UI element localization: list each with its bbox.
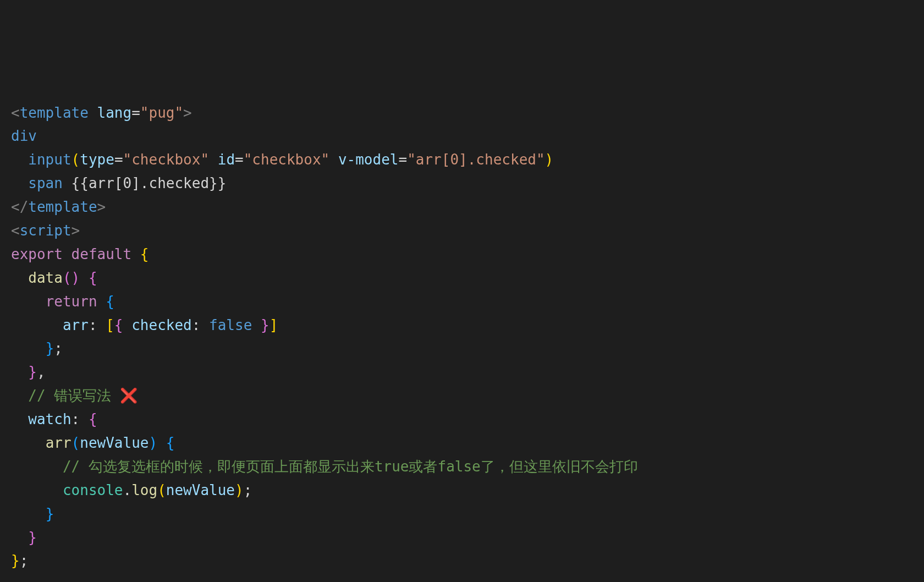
code-line-11: };: [11, 337, 913, 360]
code-line-15: arr(newValue) {: [11, 431, 913, 455]
code-line-1: <template lang="pug">: [11, 101, 913, 125]
code-line-7: export default {: [11, 243, 913, 266]
code-line-8: data() {: [11, 266, 913, 290]
code-line-18: }: [11, 502, 913, 526]
code-editor[interactable]: <template lang="pug">div input(type="che…: [11, 101, 913, 573]
code-line-20: };: [11, 549, 913, 573]
code-line-9: return {: [11, 290, 913, 314]
code-line-5: </template>: [11, 195, 913, 219]
code-line-6: <script>: [11, 219, 913, 243]
code-line-4: span {{arr[0].checked}}: [11, 172, 913, 195]
code-line-17: console.log(newValue);: [11, 479, 913, 502]
cross-icon: ❌: [120, 387, 138, 404]
code-line-14: watch: {: [11, 408, 913, 431]
code-line-3: input(type="checkbox" id="checkbox" v-mo…: [11, 148, 913, 172]
code-line-2: div: [11, 124, 913, 148]
code-line-12: },: [11, 360, 913, 384]
code-line-19: }: [11, 526, 913, 550]
code-line-13: // 错误写法 ❌: [11, 384, 913, 408]
code-line-16: // 勾选复选框的时候，即便页面上面都显示出来true或者false了，但这里依…: [11, 455, 913, 479]
code-line-10: arr: [{ checked: false }]: [11, 314, 913, 337]
